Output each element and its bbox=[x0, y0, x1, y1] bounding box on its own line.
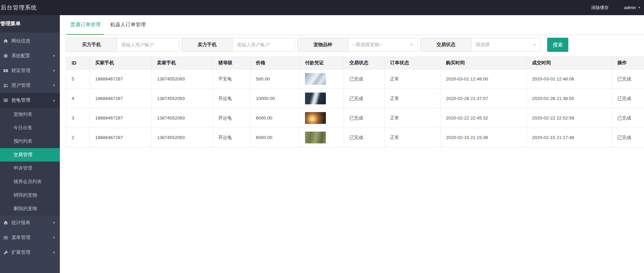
sidebar-item-4[interactable]: 抢龟管理▲ bbox=[0, 93, 60, 108]
column-header-1: 买家手机 bbox=[90, 57, 152, 69]
action-link[interactable]: 已完成 bbox=[617, 115, 631, 121]
deal_time-cell: 2020-02-22 22:52:59 bbox=[527, 108, 612, 128]
user-menu[interactable]: admin ▼ bbox=[624, 5, 641, 10]
pet-type-select[interactable]: --请选择宠物-- ▼ bbox=[348, 38, 418, 52]
payment-voucher-cell bbox=[300, 69, 344, 89]
buyer-cell: 18688467287 bbox=[90, 128, 152, 147]
sidebar-subitem-4-0[interactable]: 宠物列表 bbox=[0, 108, 60, 121]
trade_status-cell: 已完成 bbox=[344, 89, 385, 108]
list-icon bbox=[3, 235, 9, 240]
sidebar-subitem-4-5[interactable]: 领养会员列表 bbox=[0, 175, 60, 189]
tab-0[interactable]: 普通订单管理 bbox=[67, 15, 104, 35]
action-link[interactable]: 已完成 bbox=[617, 135, 631, 140]
table-row: 31868846728713874552093开运龟6000.00已完成正常20… bbox=[66, 108, 644, 128]
payment-voucher-thumbnail[interactable] bbox=[305, 132, 326, 143]
sidebar-subitem-4-1[interactable]: 今日出售 bbox=[0, 121, 60, 135]
order_status-cell: 正常 bbox=[385, 69, 441, 89]
list-icon bbox=[3, 98, 9, 103]
buyer-cell: 18688467287 bbox=[90, 69, 152, 89]
cogs-icon bbox=[3, 54, 9, 58]
sidebar-item-label: 网站信息 bbox=[11, 38, 30, 44]
column-header-2: 卖家手机 bbox=[152, 57, 213, 69]
navbar-right: 清除缓存 admin ▼ bbox=[591, 5, 644, 11]
app-title: 后台管理系统 bbox=[0, 4, 37, 11]
top-navbar: 后台管理系统 清除缓存 admin ▼ bbox=[0, 0, 644, 15]
sidebar-item-label: 扩展管理 bbox=[11, 249, 30, 255]
sidebar-item-label: 抢龟管理 bbox=[11, 97, 30, 103]
buyer-cell: 18688467287 bbox=[90, 89, 152, 108]
action-link[interactable]: 已完成 bbox=[617, 96, 631, 101]
column-header-6: 交易状态 bbox=[344, 57, 385, 69]
payment-voucher-thumbnail[interactable] bbox=[305, 112, 326, 124]
tab-1[interactable]: 机器人订单管理 bbox=[107, 15, 149, 35]
sidebar-item-5[interactable]: 统计报表▼ bbox=[0, 215, 60, 230]
sidebar-header: 管理菜单 bbox=[0, 15, 60, 32]
sidebar: 管理菜单 网站信息系统配置▼财富管理▼用户管理▼抢龟管理▲宠物列表今日出售预约列… bbox=[0, 15, 60, 273]
caret-down-icon: ▼ bbox=[52, 221, 55, 225]
sidebar-subitem-4-4[interactable]: 申诉管理 bbox=[0, 162, 60, 175]
action-link[interactable]: 已完成 bbox=[617, 76, 631, 81]
sidebar-subitem-4-3[interactable]: 交易管理 bbox=[0, 148, 60, 162]
caret-down-icon: ▼ bbox=[52, 236, 55, 239]
seller-cell: 13874552093 bbox=[152, 89, 213, 108]
price-cell: 6000.00 bbox=[251, 108, 300, 128]
sidebar-item-7[interactable]: 扩展管理▼ bbox=[0, 245, 60, 260]
sidebar-item-1[interactable]: 系统配置▼ bbox=[0, 48, 60, 63]
orders-table-wrap: ID买家手机卖家手机猪等级价格付款凭证交易状态订单状态购买时间成交时间操作 51… bbox=[66, 57, 644, 147]
chevron-down-icon: ▼ bbox=[638, 6, 641, 9]
column-header-7: 订单状态 bbox=[385, 57, 441, 69]
seller-cell: 13874552093 bbox=[152, 108, 213, 128]
filter-bar: 买方手机 卖方手机 宠物品种 --请选择宠物-- ▼ 交易状态 请选择 ▼ 搜索 bbox=[66, 38, 644, 52]
grade-cell: 平安龟 bbox=[213, 69, 251, 89]
trade_status-cell: 已完成 bbox=[344, 69, 385, 89]
deal_time-cell: 2020-03-01 12:48:06 bbox=[527, 69, 612, 89]
seller-phone-input[interactable] bbox=[233, 38, 295, 52]
trade-status-label: 交易状态 bbox=[421, 38, 471, 52]
buy_time-cell: 2020-03-01 12:46:00 bbox=[441, 69, 527, 89]
price-cell: 6000.00 bbox=[251, 128, 300, 147]
home-icon bbox=[3, 220, 9, 225]
seller-cell: 13874552093 bbox=[152, 128, 213, 147]
pet-type-select-value: --请选择宠物-- bbox=[352, 42, 382, 48]
id-cell: 2 bbox=[66, 128, 90, 147]
price-cell: 500.00 bbox=[251, 69, 300, 89]
sidebar-item-2[interactable]: 财富管理▼ bbox=[0, 63, 60, 78]
sidebar-item-3[interactable]: 用户管理▼ bbox=[0, 78, 60, 93]
payment-voucher-thumbnail[interactable] bbox=[305, 73, 326, 85]
seller-phone-filter: 卖方手机 bbox=[182, 38, 295, 52]
buy_time-cell: 2020-02-22 22:45:32 bbox=[441, 108, 527, 128]
chevron-down-icon: ▼ bbox=[533, 43, 536, 46]
sidebar-item-0[interactable]: 网站信息 bbox=[0, 34, 60, 48]
sidebar-item-label: 统计报表 bbox=[11, 220, 30, 226]
action-cell: 已完成 bbox=[612, 128, 644, 147]
order_status-cell: 正常 bbox=[385, 108, 441, 128]
sidebar-item-label: 菜单管理 bbox=[11, 235, 30, 241]
pet-type-filter: 宠物品种 --请选择宠物-- ▼ bbox=[297, 38, 418, 52]
trade-status-select[interactable]: 请选择 ▼ bbox=[471, 38, 541, 52]
money-icon bbox=[3, 68, 9, 73]
sidebar-subitem-4-2[interactable]: 预约列表 bbox=[0, 135, 60, 148]
tab-bar: 普通订单管理机器人订单管理 bbox=[60, 15, 644, 35]
buyer-phone-filter: 买方手机 bbox=[66, 38, 179, 52]
buy_time-cell: 2020-02-15 21:15:36 bbox=[441, 128, 527, 147]
sidebar-subitem-4-6[interactable]: 销毁的宠物 bbox=[0, 189, 60, 202]
payment-voucher-thumbnail[interactable] bbox=[305, 93, 326, 104]
clear-cache-button[interactable]: 清除缓存 bbox=[591, 5, 609, 11]
action-cell: 已完成 bbox=[612, 89, 644, 108]
payment-voucher-cell bbox=[300, 128, 344, 147]
trade-status-select-value: 请选择 bbox=[476, 42, 490, 48]
sidebar-item-6[interactable]: 菜单管理▼ bbox=[0, 230, 60, 245]
buyer-phone-input[interactable] bbox=[117, 38, 179, 52]
seller-phone-label: 卖方手机 bbox=[182, 38, 233, 52]
sidebar-subitem-4-7[interactable]: 删除的宠物 bbox=[0, 202, 60, 215]
table-row: 21868846728713874552093开运龟6000.00已完成正常20… bbox=[66, 128, 644, 147]
action-cell: 已完成 bbox=[612, 69, 644, 89]
column-header-5: 付款凭证 bbox=[300, 57, 344, 69]
table-body: 51868846728713874552093平安龟500.00已完成正常202… bbox=[66, 69, 644, 147]
order_status-cell: 正常 bbox=[385, 89, 441, 108]
sidebar-item-label: 财富管理 bbox=[11, 68, 30, 74]
grade-cell: 开运龟 bbox=[213, 108, 251, 128]
search-button[interactable]: 搜索 bbox=[547, 38, 568, 52]
table-row: 41868846728713874552093开运龟10000.00已完成正常2… bbox=[66, 89, 644, 108]
id-cell: 3 bbox=[66, 108, 90, 128]
